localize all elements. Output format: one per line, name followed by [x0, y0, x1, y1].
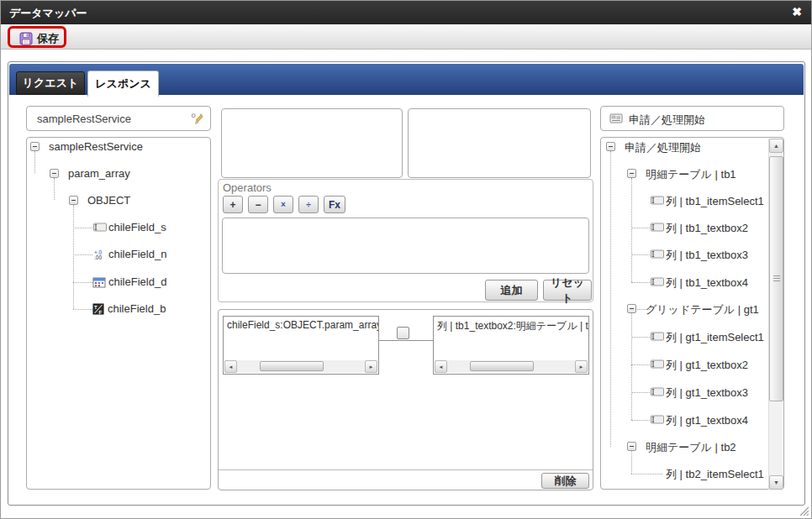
tree-item-label: sampleRestService [49, 140, 143, 153]
textfield-icon [650, 359, 664, 370]
tree-item-label: 明細テーブル | tb1 [646, 167, 736, 182]
collapse-icon[interactable] [627, 304, 636, 313]
textfield-icon [650, 386, 664, 397]
tree-item-label: chileField_n [108, 248, 166, 260]
collapse-icon[interactable] [30, 142, 40, 151]
operator-multiply-button[interactable]: × [273, 196, 293, 213]
tree-item-label: 列 | gt1_textbox3 [666, 385, 748, 401]
collapse-icon[interactable] [627, 442, 636, 451]
tree-item-tb1-textbox3[interactable]: 列 | tb1_textbox3 [601, 245, 783, 264]
mapping-target-text: 列 | tb1_textbox2:明細テーブル | tb1 [434, 317, 588, 336]
operators-label: Operators [223, 181, 272, 194]
tree-item-label: 列 | tb1_textbox4 [666, 275, 748, 291]
calendar-icon [92, 276, 106, 288]
tree-item-gt1-itemselect1[interactable]: 列 | gt1_itemSelect1 [601, 328, 783, 346]
tree-item-samplerestservice[interactable]: sampleRestService [27, 138, 210, 156]
mapping-source-item[interactable]: chileField_s:OBJECT.param_array ◄ ► [223, 316, 379, 375]
mapping-target-item[interactable]: 列 | tb1_textbox2:明細テーブル | tb1 ◄ ► [433, 316, 589, 375]
collapse-icon[interactable] [627, 169, 636, 178]
tree-item-label: 列 | tb1_textbox3 [666, 248, 748, 263]
tree-item-label: param_array [68, 167, 130, 180]
mapping-link-checkbox[interactable] [397, 327, 409, 339]
tree-item-chilefield-n[interactable]: chileField_n [27, 245, 210, 264]
thumb-grip [773, 280, 780, 281]
scrollbar-thumb[interactable] [260, 361, 324, 371]
target-header-box: 申請／処理開始 [600, 106, 784, 131]
dialog-title: データマッパー [9, 6, 87, 21]
toolbar: 保存 [1, 24, 811, 50]
tree-item-gt1-textbox4[interactable]: 列 | gt1_textbox4 [601, 411, 783, 429]
tree-item-label: OBJECT [87, 194, 130, 207]
tree-item-process-start[interactable]: 申請／処理開始 [601, 138, 783, 156]
reset-button[interactable]: リセット [543, 280, 592, 301]
horizontal-scrollbar[interactable]: ◄ ► [224, 360, 377, 373]
add-button[interactable]: 追加 [485, 280, 538, 301]
operand-list-right[interactable] [408, 108, 591, 178]
operator-divide-button[interactable]: ÷ [298, 196, 319, 213]
collapse-icon[interactable] [606, 142, 615, 151]
scroll-right-icon[interactable]: ► [365, 360, 377, 373]
divider [219, 469, 593, 470]
tree-item-chilefield-b[interactable]: chileField_b [27, 300, 210, 318]
tree-item-chilefield-d[interactable]: chileField_d [27, 273, 210, 291]
tree-item-param-array[interactable]: param_array [27, 165, 210, 183]
close-icon[interactable]: ✖ [792, 5, 802, 18]
tree-item-gt1-textbox2[interactable]: 列 | gt1_textbox2 [601, 355, 783, 374]
scroll-right-icon[interactable]: ► [575, 360, 588, 373]
service-name-box: sampleRestService [26, 106, 211, 131]
tree-item-label: グリッドテーブル | gt1 [646, 302, 759, 317]
tree-item-chilefield-s[interactable]: chileField_s [27, 218, 210, 237]
textfield-icon [650, 222, 664, 233]
tree-item-tb1-itemselect1[interactable]: 列 | tb1_itemSelect1 [601, 191, 783, 210]
delete-button[interactable]: 削除 [541, 473, 589, 489]
tab-response[interactable]: レスポンス [87, 71, 159, 97]
scroll-left-icon[interactable]: ◄ [224, 360, 237, 373]
tree-item-gt1-textbox3[interactable]: 列 | gt1_textbox3 [601, 383, 783, 401]
scroll-up-icon[interactable]: ▲ [769, 139, 783, 153]
tree-item-tb2-itemselect1[interactable]: 列 | tb2_itemSelect1 [601, 464, 783, 483]
tree-item-tb1-textbox2[interactable]: 列 | tb1_textbox2 [601, 218, 783, 237]
tree-item-label: 列 | tb1_textbox2 [666, 221, 748, 236]
scrollbar-thumb[interactable] [769, 156, 783, 401]
scroll-left-icon[interactable]: ◄ [435, 360, 447, 373]
resize-handle[interactable] [798, 505, 809, 516]
scroll-down-icon[interactable]: ▼ [769, 475, 783, 490]
tree-item-gt1[interactable]: グリッドテーブル | gt1 [601, 300, 783, 318]
textfield-icon [650, 195, 664, 206]
horizontal-scrollbar[interactable]: ◄ ► [435, 360, 588, 373]
collapse-icon[interactable] [69, 196, 78, 205]
tree-item-label: 列 | tb2_itemSelect1 [666, 467, 764, 482]
tree-item-label: 明細テーブル | tb2 [646, 440, 736, 455]
tab-request[interactable]: リクエスト [16, 71, 85, 95]
number-icon [92, 249, 107, 260]
data-mapper-dialog: データマッパー ✖ 保存 リクエスト レスポンス sampleRestServi… [0, 0, 812, 519]
save-highlight-box: 保存 [8, 26, 66, 48]
scrollbar-thumb[interactable] [470, 361, 534, 371]
operator-minus-button[interactable]: − [248, 196, 268, 213]
expression-box[interactable] [222, 218, 589, 274]
tree-item-object[interactable]: OBJECT [27, 191, 210, 210]
tree-item-tb1[interactable]: 明細テーブル | tb1 [601, 165, 783, 183]
expression-builder: Operators + − × ÷ Fx 追加 リセット [218, 179, 593, 302]
save-button[interactable]: 保存 [14, 30, 64, 47]
operand-list-left[interactable] [221, 108, 403, 178]
tree-item-label: 列 | tb1_itemSelect1 [666, 194, 764, 209]
vertical-scrollbar[interactable]: ▲ ▼ [768, 139, 783, 490]
service-name-label: sampleRestService [37, 113, 131, 125]
collapse-icon[interactable] [50, 169, 59, 178]
textfield-icon [650, 331, 664, 342]
target-header-label: 申請／処理開始 [629, 113, 705, 128]
operator-plus-button[interactable]: + [223, 196, 243, 213]
boolean-icon [92, 303, 104, 315]
tree-item-label: 列 | gt1_textbox2 [666, 358, 748, 373]
mapping-source-text: chileField_s:OBJECT.param_array [224, 317, 378, 333]
tree-item-tb2[interactable]: 明細テーブル | tb2 [601, 438, 783, 456]
tree-item-label: chileField_b [108, 302, 166, 315]
tree-item-label: 列 | gt1_itemSelect1 [666, 330, 764, 345]
textfield-icon [650, 414, 664, 425]
edit-pencil-icon[interactable] [191, 113, 203, 125]
operator-fx-button[interactable]: Fx [324, 196, 345, 213]
thumb-grip [773, 278, 780, 279]
tree-item-tb1-textbox4[interactable]: 列 | tb1_textbox4 [601, 273, 783, 291]
thumb-grip [773, 275, 780, 276]
